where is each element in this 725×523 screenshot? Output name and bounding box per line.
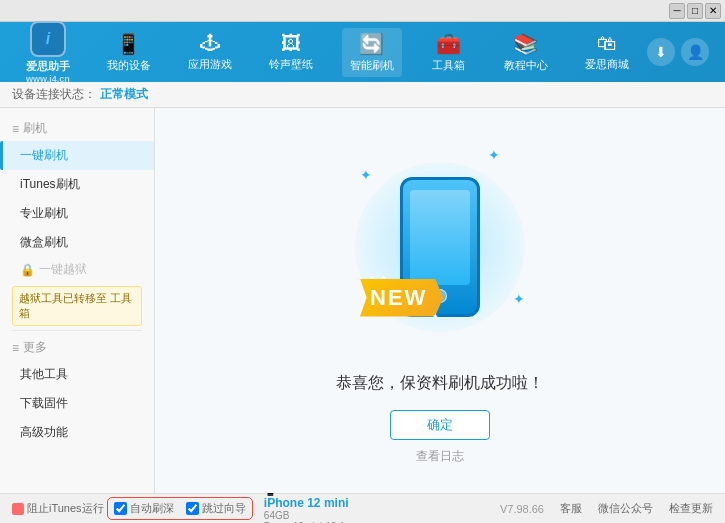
new-badge: ✦ ✦ NEW ✦ — [360, 279, 443, 317]
auto-flash-checkbox[interactable]: 自动刷深 — [114, 501, 174, 516]
bottom-right: V7.98.66 客服 微信公众号 检查更新 — [500, 501, 713, 516]
stop-itunes-button[interactable]: 阻止iTunes运行 — [12, 501, 104, 516]
sidebar-item-advanced[interactable]: 高级功能 — [0, 418, 154, 447]
app-game-icon: 🕹 — [200, 32, 220, 55]
logo: i 爱思助手 www.i4.cn — [8, 21, 88, 84]
toolbox-icon: 🧰 — [436, 32, 461, 56]
sparkle-2: ✦ — [488, 147, 500, 163]
maximize-button[interactable]: □ — [687, 3, 703, 19]
nav-bar: i 爱思助手 www.i4.cn 📱 我的设备 🕹 应用游戏 🖼 铃声壁纸 🔄 … — [0, 22, 725, 82]
sidebar-item-pro-flash[interactable]: 专业刷机 — [0, 199, 154, 228]
more-section-icon: ≡ — [12, 341, 19, 355]
new-stars-right: ✦ — [432, 312, 439, 321]
nav-items: 📱 我的设备 🕹 应用游戏 🖼 铃声壁纸 🔄 智能刷机 🧰 工具箱 📚 教程中心… — [88, 28, 647, 77]
lock-icon: 🔒 — [20, 263, 35, 277]
sidebar-section-flash: ≡ 刷机 — [0, 116, 154, 141]
via-wizard-checkbox[interactable]: 跳过向导 — [186, 501, 246, 516]
sidebar-item-download-firmware[interactable]: 下载固件 — [0, 389, 154, 418]
logo-icon: i — [30, 21, 66, 57]
via-wizard-input[interactable] — [186, 502, 199, 515]
mall-icon: 🛍 — [597, 32, 617, 55]
sparkle-3: ✦ — [513, 291, 525, 307]
status-value: 正常模式 — [100, 86, 148, 103]
nav-ringtone[interactable]: 🖼 铃声壁纸 — [261, 28, 321, 76]
nav-tutorial[interactable]: 📚 教程中心 — [496, 28, 556, 77]
check-update-link[interactable]: 检查更新 — [669, 501, 713, 516]
title-bar: ─ □ ✕ — [0, 0, 725, 22]
version-label: V7.98.66 — [500, 503, 544, 515]
phone-illustration: ✦ ✦ ✦ ✦ ✦ NEW ✦ — [340, 137, 540, 357]
customer-service-link[interactable]: 客服 — [560, 501, 582, 516]
confirm-button[interactable]: 确定 — [390, 410, 490, 440]
sidebar-section-more: ≡ 更多 — [0, 335, 154, 360]
flash-section-icon: ≡ — [12, 122, 19, 136]
status-label: 设备连接状态： — [12, 86, 96, 103]
minimize-button[interactable]: ─ — [669, 3, 685, 19]
stop-icon — [12, 503, 24, 515]
my-device-icon: 📱 — [116, 32, 141, 56]
sidebar-item-one-click-flash[interactable]: 一键刷机 — [0, 141, 154, 170]
ringtone-icon: 🖼 — [281, 32, 301, 55]
logo-name: 爱思助手 www.i4.cn — [26, 59, 70, 84]
sidebar-item-jailbreak: 🔒 一键越狱 — [0, 257, 154, 282]
nav-right: ⬇ 👤 — [647, 38, 717, 66]
changelog-link[interactable]: 查看日志 — [416, 448, 464, 465]
download-button[interactable]: ⬇ — [647, 38, 675, 66]
phone-screen — [410, 190, 470, 285]
nav-mall[interactable]: 🛍 爱思商城 — [577, 28, 637, 76]
device-storage: 64GB — [264, 510, 384, 521]
new-ribbon: NEW — [360, 279, 443, 317]
main-area: ≡ 刷机 一键刷机 iTunes刷机 专业刷机 微盒刷机 🔒 一键越狱 越狱工具… — [0, 108, 725, 493]
sidebar-warning-box: 越狱工具已转移至 工具箱 — [12, 286, 142, 326]
close-button[interactable]: ✕ — [705, 3, 721, 19]
wechat-link[interactable]: 微信公众号 — [598, 501, 653, 516]
nav-smart-flash[interactable]: 🔄 智能刷机 — [342, 28, 402, 77]
smart-flash-icon: 🔄 — [359, 32, 384, 56]
bottom-bar: 阻止iTunes运行 自动刷深 跳过向导 📱 iPhone 12 mini 64… — [0, 493, 725, 523]
nav-toolbox[interactable]: 🧰 工具箱 — [423, 28, 475, 77]
auto-flash-input[interactable] — [114, 502, 127, 515]
sidebar-item-itunes-flash[interactable]: iTunes刷机 — [0, 170, 154, 199]
account-button[interactable]: 👤 — [681, 38, 709, 66]
nav-app-game[interactable]: 🕹 应用游戏 — [180, 28, 240, 76]
sidebar: ≡ 刷机 一键刷机 iTunes刷机 专业刷机 微盒刷机 🔒 一键越狱 越狱工具… — [0, 108, 155, 493]
success-message: 恭喜您，保资料刷机成功啦！ — [336, 373, 544, 394]
content-area: ✦ ✦ ✦ ✦ ✦ NEW ✦ 恭喜您，保资料刷机成功啦！ — [155, 108, 725, 493]
status-bar: 设备连接状态： 正常模式 — [0, 82, 725, 108]
sidebar-item-other-tools[interactable]: 其他工具 — [0, 360, 154, 389]
checkbox-group: 自动刷深 跳过向导 — [110, 500, 250, 517]
nav-my-device[interactable]: 📱 我的设备 — [99, 28, 159, 77]
sidebar-item-micro-flash[interactable]: 微盒刷机 — [0, 228, 154, 257]
sidebar-divider — [12, 330, 142, 331]
tutorial-icon: 📚 — [513, 32, 538, 56]
sparkle-1: ✦ — [360, 167, 372, 183]
